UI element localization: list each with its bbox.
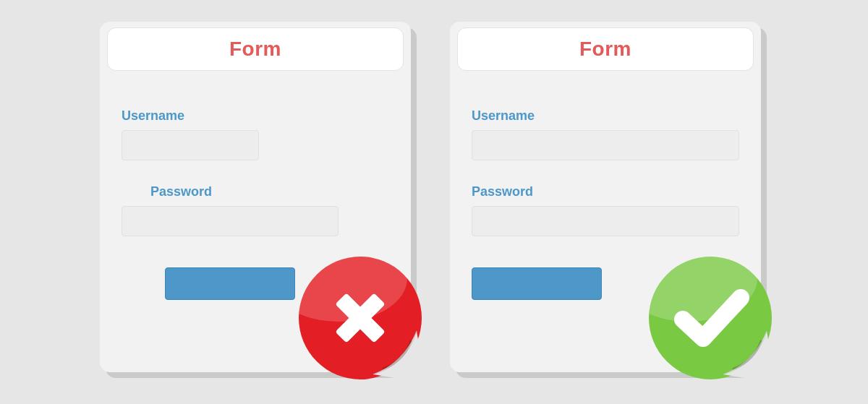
check-icon [645,253,775,383]
form-title: Form [107,27,404,71]
submit-button[interactable] [165,267,295,300]
cross-icon [295,253,425,383]
username-input[interactable] [472,130,739,160]
form-title-text: Form [229,38,281,61]
username-label: Username [122,108,184,124]
form-title: Form [457,27,754,71]
password-label: Password [150,184,212,199]
username-input[interactable] [122,130,259,160]
username-label: Username [472,108,535,124]
password-input[interactable] [122,206,339,236]
password-input[interactable] [472,206,739,236]
password-label: Password [472,184,533,199]
form-title-text: Form [579,38,631,61]
submit-button[interactable] [472,267,602,300]
